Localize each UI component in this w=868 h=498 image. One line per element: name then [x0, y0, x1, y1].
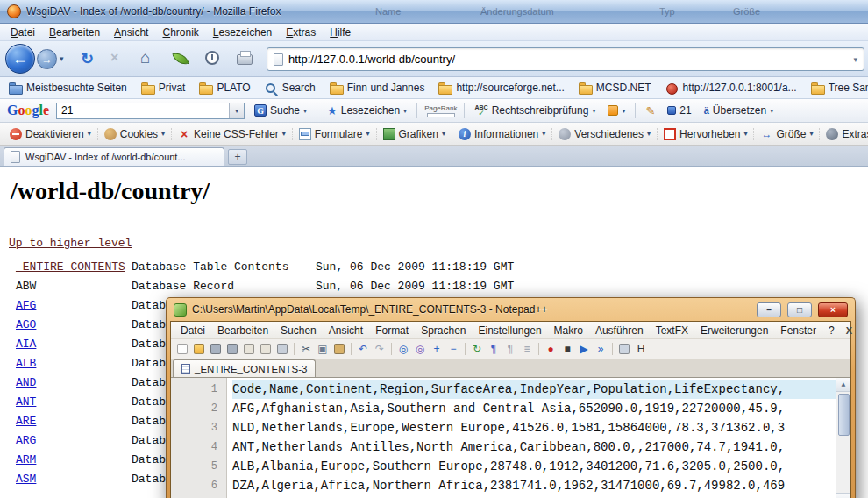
search-history-dropdown[interactable]: ▾ — [229, 103, 244, 118]
editor[interactable]: 123456 Code,Name,Continent,Region,Surfac… — [171, 378, 850, 498]
cut-icon[interactable]: ✂ — [298, 341, 314, 357]
menu-item[interactable]: Erweiterungen — [694, 323, 774, 338]
zoom-in-icon[interactable]: + — [429, 341, 445, 357]
google-bookmarks-button[interactable]: ★ Lesezeichen ▾ — [324, 103, 409, 119]
webdev-menu-button[interactable]: Deaktivieren ▾ — [4, 128, 98, 140]
close-file-icon[interactable] — [244, 344, 254, 354]
home-button[interactable]: ⌂ — [140, 48, 150, 68]
spellcheck-button[interactable]: ABC ✓ Rechtschreibprüfung ▾ — [472, 103, 598, 119]
print-button[interactable] — [237, 54, 253, 65]
bookmark-item[interactable]: http://127.0.0.1:8001/a... — [665, 82, 797, 94]
menu-item[interactable]: Lesezeichen — [206, 25, 279, 40]
scroll-down-button[interactable]: ▼ — [836, 493, 850, 498]
play-macro-icon[interactable]: ▶ — [576, 341, 592, 357]
menu-item[interactable]: Ausführen — [589, 323, 650, 338]
refresh-icon[interactable]: ↻ — [469, 341, 485, 357]
menu-item[interactable]: Format — [369, 323, 415, 338]
zoom-out-icon[interactable]: − — [445, 341, 461, 357]
webdev-menu-button[interactable]: i Informationen ▾ — [452, 128, 552, 140]
code-line[interactable]: AFG,Afghanistan,Asia,Southern and Centra… — [232, 399, 836, 418]
code-line[interactable]: NLD,Netherlands,Europe,Western Europe,41… — [232, 418, 836, 438]
menu-item[interactable]: Bearbeiten — [211, 323, 274, 338]
history-clock-button[interactable] — [205, 51, 219, 65]
stop-button[interactable]: × — [110, 50, 118, 66]
menu-item[interactable]: ? — [822, 323, 841, 338]
indent-guide-icon[interactable]: ≡ — [519, 341, 535, 357]
pagerank-widget[interactable]: PageRank — [424, 104, 457, 117]
up-to-higher-level-link[interactable]: Up to higher level — [9, 237, 132, 250]
show-symbols-icon[interactable]: ¶ — [502, 341, 518, 357]
url-text[interactable]: http://127.0.0.1/world-db/country/ — [288, 53, 848, 66]
bookmark-item[interactable]: http://sourceforge.net... — [438, 82, 564, 94]
stop-macro-icon[interactable]: ■ — [559, 341, 575, 357]
bookmark-item[interactable]: Meistbesuchte Seiten — [9, 82, 127, 94]
redo-icon[interactable]: ↷ — [372, 341, 388, 357]
listing-entry-link[interactable]: AND — [16, 376, 132, 389]
back-button[interactable]: ← — [5, 44, 35, 74]
menu-item[interactable]: Datei — [174, 323, 211, 338]
webdev-menu-button[interactable]: Hervorheben ▾ — [658, 128, 754, 140]
code-line[interactable]: Code,Name,Continent,Region,SurfaceArea,I… — [232, 380, 836, 399]
webdev-menu-button[interactable]: Extras ▾ — [820, 128, 868, 140]
bookmark-item[interactable]: Tree Samples — [811, 82, 868, 94]
listing-entry-link[interactable]: AGO — [16, 318, 132, 331]
webdev-menu-button[interactable]: × Keine CSS-Fehler ▾ — [172, 128, 293, 140]
webdev-menu-button[interactable]: Grafiken ▾ — [377, 128, 452, 140]
document-close-button[interactable]: X — [841, 325, 857, 336]
bookmark-item[interactable]: Finn und Jannes — [330, 82, 425, 94]
npp-document-tab[interactable]: _ENTIRE_CONTENTS-3 — [173, 359, 316, 377]
separator[interactable] — [612, 343, 613, 355]
menu-item[interactable]: Suchen — [274, 323, 323, 338]
run-multi-macro-icon[interactable]: » — [593, 341, 608, 357]
code-line[interactable]: DZA,Algeria,Africa,Northern Africa,23817… — [232, 476, 836, 495]
scroll-thumb[interactable] — [838, 394, 850, 436]
forward-button[interactable]: → — [37, 49, 57, 69]
sage-feed-button[interactable] — [172, 50, 189, 68]
find-icon[interactable]: ◎ — [395, 341, 411, 357]
word-find-button[interactable]: 21 — [665, 103, 694, 118]
doc-monitor-icon[interactable] — [619, 344, 630, 354]
record-macro-icon[interactable]: ● — [543, 341, 559, 357]
code-area[interactable]: Code,Name,Continent,Region,SurfaceArea,I… — [227, 378, 836, 498]
maximize-button[interactable]: □ — [787, 302, 812, 317]
webdev-menu-button[interactable]: Cookies ▾ — [98, 128, 172, 140]
replace-icon[interactable]: ◎ — [412, 341, 428, 357]
listing-entry-link[interactable]: ALB — [16, 357, 132, 370]
listing-entry-link[interactable]: ARM — [16, 453, 132, 466]
listing-entry-link[interactable]: ARE — [16, 415, 132, 428]
listing-entry-link[interactable]: ARG — [16, 434, 132, 447]
firefox-titlebar[interactable]: WsgiDAV - Index of /world-db/country/ - … — [0, 0, 868, 24]
autofill-button[interactable]: ▾ — [605, 103, 628, 117]
menu-item[interactable]: Fenster — [774, 323, 822, 338]
paste-icon[interactable] — [334, 344, 345, 354]
listing-entry-link[interactable]: AIA — [16, 338, 132, 351]
word-wrap-icon[interactable]: ¶ — [486, 341, 502, 357]
close-button[interactable]: × — [818, 302, 848, 317]
listing-entry-link[interactable]: ABW — [16, 280, 132, 293]
menu-item[interactable]: Ansicht — [107, 25, 155, 40]
save-icon[interactable] — [210, 344, 221, 354]
code-line[interactable]: ANT,Netherlands Antilles,North America,C… — [232, 438, 836, 457]
menu-item[interactable]: Makro — [548, 323, 589, 338]
new-file-icon[interactable] — [177, 344, 188, 354]
separator[interactable] — [465, 343, 466, 355]
bookmark-item[interactable]: PLATO — [199, 82, 250, 94]
menu-item[interactable]: Chronik — [155, 25, 205, 40]
save-all-icon[interactable] — [227, 344, 238, 354]
listing-entry-link[interactable]: ANT — [16, 395, 132, 409]
webdev-menu-button[interactable]: Verschiedenes ▾ — [552, 128, 658, 140]
menu-item[interactable]: Datei — [4, 25, 42, 40]
menu-item[interactable]: Einstellungen — [473, 323, 548, 338]
reload-button[interactable]: ↻ — [81, 49, 94, 68]
print-icon[interactable] — [277, 344, 288, 354]
open-folder-icon[interactable] — [194, 344, 204, 354]
vertical-scrollbar[interactable]: ▲ ▼ — [836, 378, 850, 498]
bookmark-item[interactable]: Search — [265, 82, 316, 94]
webdev-menu-button[interactable]: ↔ Größe ▾ — [754, 128, 820, 140]
separator[interactable] — [351, 343, 352, 355]
undo-icon[interactable]: ↶ — [355, 341, 371, 357]
html-preview-icon[interactable]: H — [633, 341, 649, 357]
menu-item[interactable]: TextFX — [650, 323, 694, 338]
close-all-icon[interactable] — [260, 344, 271, 354]
listing-entry-link[interactable]: ASM — [16, 473, 132, 486]
